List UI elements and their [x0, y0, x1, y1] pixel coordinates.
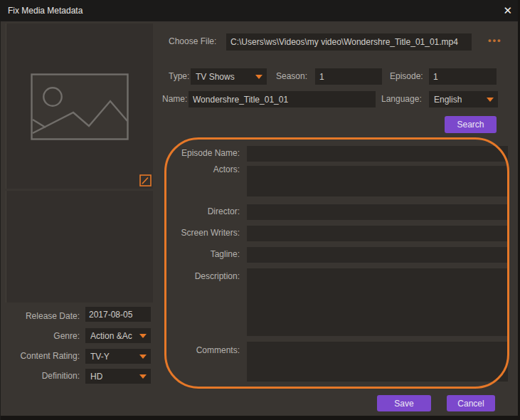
secondary-poster-panel — [6, 191, 153, 303]
definition-value: HD — [90, 372, 102, 382]
genre-value: Action &Ac — [90, 331, 132, 341]
release-date-input[interactable] — [85, 307, 151, 322]
type-label: Type: — [169, 71, 189, 81]
director-label: Director: — [154, 206, 240, 216]
director-input[interactable] — [247, 204, 508, 220]
episode-label: Episode: — [390, 71, 423, 81]
dialog-title: Fix Media Metadata — [8, 6, 83, 16]
choose-file-label: Choose File: — [169, 36, 216, 46]
screen-writers-input[interactable] — [247, 226, 508, 241]
save-button[interactable]: Save — [377, 395, 431, 411]
type-select[interactable]: TV Shows — [191, 68, 267, 85]
definition-label: Definition: — [1, 371, 80, 381]
actors-input[interactable] — [247, 166, 508, 196]
screen-writers-label: Screen Writers: — [154, 228, 240, 238]
fix-media-metadata-dialog: Fix Media Metadata ✕ Choose File: ••• Ty… — [0, 0, 520, 420]
type-value: TV Shows — [196, 72, 235, 82]
chevron-down-icon — [487, 98, 494, 102]
name-input[interactable] — [189, 91, 376, 107]
release-date-label: Release Date: — [1, 311, 80, 321]
episode-name-label: Episode Name: — [154, 148, 240, 158]
language-label: Language: — [381, 94, 422, 104]
image-placeholder-icon — [31, 73, 129, 140]
season-label: Season: — [276, 71, 307, 81]
chevron-down-icon — [255, 75, 262, 79]
edit-poster-icon[interactable] — [139, 174, 152, 187]
close-icon[interactable]: ✕ — [503, 4, 512, 17]
chevron-down-icon — [139, 374, 147, 379]
comments-label: Comments: — [154, 345, 240, 355]
genre-select[interactable]: Action &Ac — [85, 328, 151, 343]
language-select[interactable]: English — [429, 91, 498, 107]
chevron-down-icon — [139, 334, 147, 338]
season-input[interactable] — [315, 68, 382, 85]
content-rating-select[interactable]: TV-Y — [85, 349, 151, 364]
description-input[interactable] — [247, 268, 508, 336]
name-label: Name: — [162, 94, 187, 104]
genre-label: Genre: — [1, 331, 80, 341]
browse-file-button[interactable]: ••• — [488, 35, 502, 46]
title-bar: Fix Media Metadata ✕ — [0, 0, 520, 21]
search-button[interactable]: Search — [445, 116, 497, 133]
content-rating-value: TV-Y — [90, 352, 110, 362]
cancel-button[interactable]: Cancel — [447, 395, 495, 411]
tagline-label: Tagline: — [154, 249, 240, 259]
file-path-input[interactable] — [226, 33, 472, 51]
definition-select[interactable]: HD — [85, 369, 151, 384]
episode-input[interactable] — [429, 68, 497, 85]
tagline-input[interactable] — [247, 247, 508, 263]
comments-input[interactable] — [247, 342, 508, 382]
description-label: Description: — [154, 271, 240, 281]
language-value: English — [434, 95, 462, 105]
content-rating-label: Content Rating: — [1, 351, 80, 361]
chevron-down-icon — [139, 355, 147, 359]
window-edge-left — [0, 21, 1, 420]
window-edge-bottom — [0, 416, 520, 420]
actors-label: Actors: — [154, 164, 240, 174]
episode-name-input[interactable] — [247, 146, 508, 162]
